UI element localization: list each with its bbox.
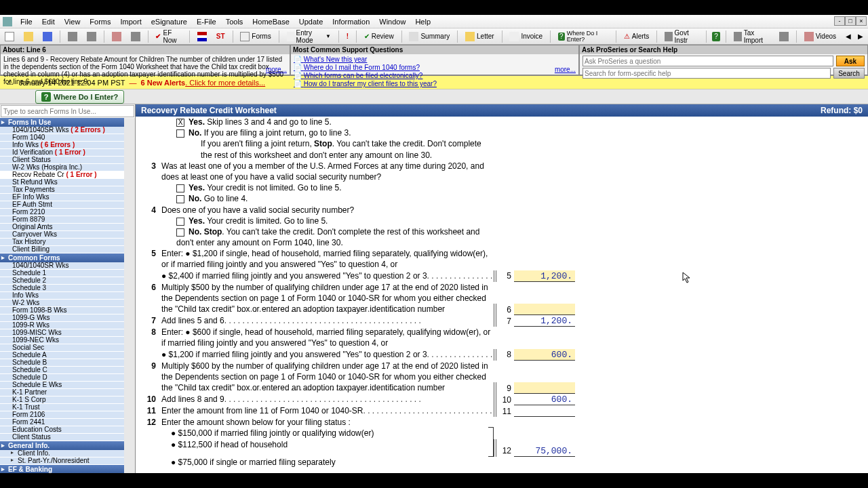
checkbox-4-no[interactable]: [176, 228, 184, 237]
sidebar-item[interactable]: Schedule D: [0, 374, 124, 382]
sidebar-item[interactable]: Schedule E Wks: [0, 382, 124, 389]
tb-excl[interactable]: !: [344, 32, 351, 41]
sidebar-item[interactable]: Info Wks ( 6 Errors ): [0, 142, 124, 149]
line-7-value[interactable]: 1,200.: [514, 315, 575, 327]
sidebar-header-ef[interactable]: EF & Banking: [0, 465, 124, 473]
sidebar-item[interactable]: Tax Payments: [0, 186, 124, 194]
close-button[interactable]: ×: [856, 16, 867, 26]
tb-invoice[interactable]: Invoice: [507, 31, 545, 42]
tb-taximport[interactable]: Tax Import: [732, 28, 772, 45]
faq-link-3[interactable]: 📄 Which forms can be filed electronicall…: [294, 72, 576, 80]
sidebar-item[interactable]: Schedule 3: [0, 285, 124, 292]
tb-efnow[interactable]: ✔EF Now: [153, 28, 183, 45]
faq-link-1[interactable]: 📄 What's New this year: [294, 56, 576, 64]
faq-link-2[interactable]: 📄 Where do I mail the Form 1040 forms?: [294, 64, 576, 72]
tb-review[interactable]: ✔Review: [362, 32, 396, 41]
tb-entrymode[interactable]: Entry Mode▼: [285, 28, 333, 45]
sidebar-item[interactable]: Info Wks: [0, 292, 124, 300]
tb-tv[interactable]: [777, 31, 791, 42]
menu-homebase[interactable]: HomeBase: [248, 16, 293, 27]
tb-open[interactable]: [22, 31, 35, 42]
sidebar-item[interactable]: 1099-MISC Wks: [0, 329, 124, 337]
sidebar-item[interactable]: W-2 Wks: [0, 300, 124, 307]
tb-print2[interactable]: [85, 31, 98, 42]
tb-home[interactable]: [110, 31, 123, 42]
menu-help[interactable]: Help: [411, 16, 435, 27]
ask-button[interactable]: Ask: [836, 56, 865, 66]
search-button[interactable]: Search: [833, 68, 865, 79]
tb-forms[interactable]: Forms: [238, 31, 273, 42]
nav-back[interactable]: ◀: [844, 32, 853, 41]
menu-view[interactable]: View: [60, 16, 85, 27]
sidebar-item[interactable]: Original Amts: [0, 224, 124, 231]
tb-videos[interactable]: Videos: [802, 31, 838, 42]
sidebar-item[interactable]: Education Costs: [0, 426, 124, 434]
sidebar-item[interactable]: Schedule 2: [0, 277, 124, 285]
about-more[interactable]: more...: [266, 66, 287, 73]
sidebar-item[interactable]: 1040/1040SR Wks ( 2 Errors ): [0, 127, 124, 134]
sidebar-item[interactable]: Client Info.: [0, 450, 124, 458]
tb-letter[interactable]: Letter: [463, 31, 496, 42]
tb-new[interactable]: [3, 31, 16, 42]
sidebar-item[interactable]: Form 2441: [0, 419, 124, 426]
line-6-value[interactable]: [514, 304, 575, 315]
menu-esig[interactable]: eSignature: [147, 16, 191, 27]
sidebar-item[interactable]: Tax History: [0, 239, 124, 246]
sidebar-item[interactable]: Social Sec: [0, 344, 124, 352]
sidebar-item[interactable]: Schedule A: [0, 352, 124, 359]
sidebar-search[interactable]: [1, 105, 134, 117]
sidebar-item[interactable]: Carryover Wks: [0, 231, 124, 239]
menu-update[interactable]: Update: [295, 16, 327, 27]
sidebar-item[interactable]: Schedule 1: [0, 270, 124, 277]
tb-q[interactable]: ?: [712, 32, 721, 41]
sidebar-item[interactable]: Schedule B: [0, 359, 124, 367]
sidebar-item[interactable]: Form 2106: [0, 411, 124, 419]
tb-print[interactable]: [66, 31, 79, 42]
line-8-value[interactable]: 600.: [514, 349, 575, 361]
tb-st[interactable]: ST: [214, 32, 227, 41]
checkbox-2-no[interactable]: [176, 129, 184, 138]
sidebar-item[interactable]: St Refund Wks: [0, 179, 124, 186]
tb-save[interactable]: [41, 31, 54, 42]
menu-forms[interactable]: Forms: [85, 16, 115, 27]
sidebar-item[interactable]: Form 8879: [0, 216, 124, 224]
tb-summary[interactable]: Summary: [407, 31, 452, 42]
sidebar-item[interactable]: K-1 Trust: [0, 404, 124, 411]
sidebar-item[interactable]: Form 1098-B Wks: [0, 307, 124, 314]
ask-input[interactable]: [583, 56, 833, 66]
sidebar-item[interactable]: Recov Rebate Cr ( 1 Error ): [0, 171, 124, 179]
tb-fed[interactable]: [195, 31, 209, 42]
line-11-value[interactable]: [514, 405, 575, 417]
menu-efile[interactable]: E-File: [193, 16, 220, 27]
search-input[interactable]: [583, 68, 831, 79]
menu-edit[interactable]: Edit: [38, 16, 59, 27]
sidebar-header-forms-in-use[interactable]: Forms In Use: [0, 118, 124, 127]
sidebar-item[interactable]: Form 2210: [0, 209, 124, 216]
line-5-value[interactable]: 1,200.: [514, 270, 575, 282]
tb-info[interactable]: [129, 31, 142, 42]
line-9-value[interactable]: [514, 382, 575, 394]
menu-tools[interactable]: Tools: [222, 16, 248, 27]
sidebar-item[interactable]: 1099-G Wks: [0, 314, 124, 322]
maximize-button[interactable]: □: [845, 16, 856, 26]
faq-more[interactable]: more...: [555, 66, 576, 73]
line-12-value[interactable]: 75,000.: [514, 445, 575, 457]
menu-information[interactable]: Information: [328, 16, 374, 27]
sidebar-header-common[interactable]: Common Forms: [0, 253, 124, 262]
sidebar-item[interactable]: 1099-R Wks: [0, 322, 124, 329]
sidebar-item[interactable]: Client Status: [0, 434, 124, 441]
checkbox-3-yes[interactable]: [176, 184, 184, 192]
checkbox-4-yes[interactable]: [176, 218, 184, 226]
sidebar-item[interactable]: EF Info Wks: [0, 194, 124, 201]
sidebar-item[interactable]: St. Part-Yr./Nonresident: [0, 458, 124, 465]
sidebar-item[interactable]: 1099-NEC Wks: [0, 337, 124, 344]
menu-window[interactable]: Window: [375, 16, 410, 27]
sidebar-item[interactable]: EF Auth Stmt: [0, 201, 124, 209]
minimize-button[interactable]: -: [834, 16, 845, 26]
sidebar-scrollbar[interactable]: [124, 118, 135, 473]
sidebar-item[interactable]: Form 1040: [0, 134, 124, 142]
checkbox-2-yes[interactable]: X: [176, 119, 184, 127]
sidebar-item[interactable]: K-1 S Corp: [0, 396, 124, 404]
sidebar-header-general[interactable]: General Info.: [0, 441, 124, 450]
nav-fwd[interactable]: ▶: [856, 32, 865, 41]
